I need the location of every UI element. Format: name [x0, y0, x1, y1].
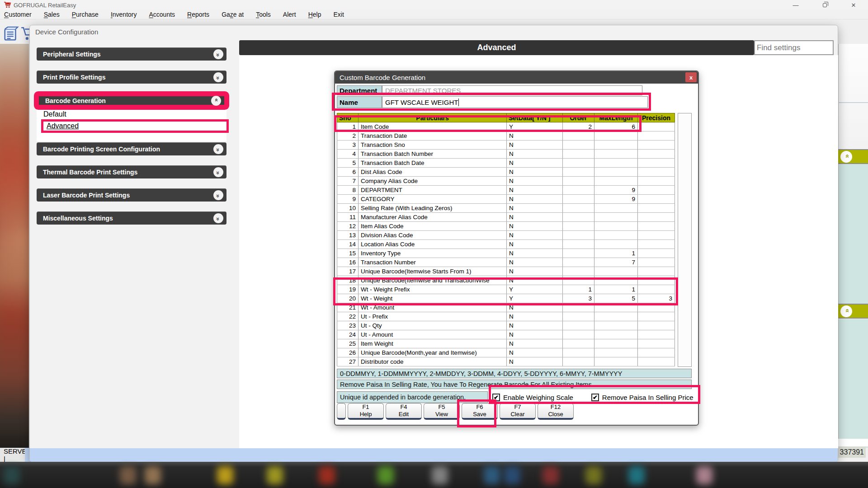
checkbox-icon[interactable]: ✔ — [591, 394, 599, 401]
sidebar-item-peripheral-settings[interactable]: Peripheral Settings» — [37, 47, 226, 61]
table-row[interactable]: 5Transaction Batch DateN — [337, 159, 675, 168]
sidebar-item-barcode-generation[interactable]: Barcode Generation» — [37, 94, 226, 107]
restore-icon[interactable] — [810, 0, 839, 10]
window-titlebar: GOFRUGAL RetailEasy — ✕ — [0, 0, 868, 10]
taskbar-app-icon[interactable] — [145, 466, 161, 484]
taskbar-app-icon[interactable] — [267, 466, 283, 484]
table-row[interactable]: 18Unique Barcode(Itemwise and Transactio… — [337, 276, 675, 285]
taskbar-app-icon[interactable] — [696, 466, 712, 484]
sidebar-label: Laser Barcode Print Settings — [43, 192, 130, 199]
taskbar-app-icon[interactable] — [217, 466, 233, 484]
taskbar-app-icon[interactable] — [120, 466, 136, 484]
billing-tool-icon[interactable] — [3, 25, 20, 42]
table-row[interactable]: 12Item Alias CodeN — [337, 222, 675, 231]
sidebar-item-print-profile-settings[interactable]: Print Profile Settings» — [37, 70, 226, 84]
chevron-down-icon[interactable]: » — [213, 167, 223, 177]
table-row[interactable]: 2Transaction DateN — [337, 131, 675, 141]
edit-button[interactable]: F4Edit — [386, 403, 422, 420]
right-teal-panel-1 — [838, 164, 868, 304]
name-input[interactable]: GFT WSCALE WEIGHT — [382, 96, 648, 108]
page-title: Advanced — [239, 40, 754, 55]
find-settings-input[interactable] — [754, 40, 834, 55]
taskbar-app-icon[interactable] — [484, 466, 500, 484]
table-row[interactable]: 25Item WeightN — [337, 339, 675, 348]
checkbox-icon[interactable]: ✔ — [492, 394, 500, 401]
menu-bar: CustomerSalesPurchaseInventoryAccountsRe… — [0, 10, 868, 19]
table-row[interactable]: 16Transaction NumberN7 — [337, 258, 675, 267]
table-row[interactable]: 20Wt - WeightY353 — [337, 294, 675, 303]
menu-customer[interactable]: Customer — [4, 11, 32, 18]
table-row[interactable]: 22Ut - PrefixN — [337, 312, 675, 321]
taskbar-app-icon[interactable] — [319, 466, 335, 484]
table-row[interactable]: 11Manufacturer Alias CodeN — [337, 213, 675, 222]
checkbox-enable-weighing-scale[interactable]: ✔Enable Weighing Scale — [492, 394, 573, 401]
table-row[interactable]: 6Dist Alias CodeN — [337, 168, 675, 177]
table-row[interactable]: 8DEPARTMENTN9 — [337, 186, 675, 195]
sidebar-item-barcode-printing-screen-configuration[interactable]: Barcode Printing Screen Configuration» — [37, 142, 226, 155]
device-config-title: Device Configuration — [35, 28, 98, 36]
table-row[interactable]: 24Ut - AmountN — [337, 330, 675, 339]
table-row[interactable]: 21Wt - AmountN — [337, 303, 675, 312]
minimize-icon[interactable]: — — [781, 0, 810, 10]
sidebar-label: Print Profile Settings — [43, 74, 105, 81]
table-row[interactable]: 19Wt - Weight PrefixY11 — [337, 285, 675, 294]
table-row[interactable]: 3Transaction SnoN — [337, 141, 675, 150]
menu-tools[interactable]: Tools — [256, 11, 271, 18]
table-row[interactable]: 1Item CodeY26 — [337, 122, 675, 131]
cbg-title: Custom Barcode Generation — [340, 74, 425, 81]
menu-sales[interactable]: Sales — [44, 11, 60, 18]
clear-button[interactable]: F7Clear — [500, 403, 536, 420]
taskbar-app-icon[interactable] — [4, 466, 20, 484]
table-row[interactable]: 7Company Alias CodeN — [337, 177, 675, 186]
sidebar-link-advanced[interactable]: Advanced — [47, 122, 79, 130]
help-button[interactable]: F1Help — [348, 403, 384, 420]
chevron-down-icon[interactable]: » — [213, 213, 223, 223]
menu-inventory[interactable]: Inventory — [111, 11, 137, 18]
menu-exit[interactable]: Exit — [333, 11, 344, 18]
taskbar-app-icon[interactable] — [585, 466, 602, 484]
table-row[interactable]: 14Location Alias CodeN — [337, 240, 675, 249]
table-row[interactable]: 27Distributor codeN — [337, 357, 675, 366]
taskbar-app-icon[interactable] — [542, 466, 559, 484]
chevron-down-icon[interactable]: » — [213, 190, 223, 200]
table-row[interactable]: 23Ut - QtyN — [337, 321, 675, 330]
menu-purchase[interactable]: Purchase — [72, 11, 99, 18]
chevron-down-icon[interactable]: » — [213, 72, 223, 82]
sidebar-item-laser-barcode-print-settings[interactable]: Laser Barcode Print Settings» — [37, 188, 226, 202]
view-button[interactable]: F5View — [424, 403, 460, 420]
menu-accounts[interactable]: Accounts — [149, 11, 175, 18]
taskbar-app-icon[interactable] — [377, 466, 394, 484]
menu-reports[interactable]: Reports — [187, 11, 209, 18]
sidebar-item-miscellaneous-settings[interactable]: Miscellaneous Settings» — [37, 211, 226, 225]
checkbox-row: ✔Enable Weighing Scale✔Remove Paisa In S… — [492, 391, 693, 403]
blank-button[interactable] — [337, 403, 346, 420]
chevron-down-icon[interactable]: » — [213, 144, 223, 154]
table-row[interactable]: 17Unique Barcode(Itemwise Starts From 1)… — [337, 267, 675, 276]
table-row[interactable]: 13Division Alias CodeN — [337, 231, 675, 240]
barcode-generation-panel: DefaultAdvanced — [37, 107, 226, 141]
menu-help[interactable]: Help — [308, 11, 321, 18]
taskbar-app-icon[interactable] — [628, 466, 645, 484]
sidebar-item-thermal-barcode-print-settings[interactable]: Thermal Barcode Print Settings» — [37, 165, 226, 178]
table-row[interactable]: 26Unique Barcode(Month,year and Itemwise… — [337, 348, 675, 357]
menu-gaze-at[interactable]: Gaze at — [222, 11, 244, 18]
checkbox-remove-paisa-in-selling-price[interactable]: ✔Remove Paisa In Selling Price — [591, 394, 693, 401]
cbg-close-icon[interactable]: x — [685, 72, 697, 82]
menu-alert[interactable]: Alert — [283, 11, 296, 18]
table-row[interactable]: 9CATEGORYN9 — [337, 195, 675, 204]
sidebar-link-default[interactable]: Default — [43, 110, 66, 118]
chevron-up-icon[interactable]: » — [211, 96, 221, 106]
close-button[interactable]: F12Close — [538, 403, 574, 420]
table-row[interactable]: 10Selling Rate (With Leading Zeros)N — [337, 204, 675, 213]
taskbar-app-icon[interactable] — [432, 466, 448, 484]
taskbar-app-icon[interactable] — [504, 466, 520, 484]
collapse-badge-top[interactable]: » — [838, 149, 868, 164]
table-scrollbar[interactable] — [678, 113, 692, 367]
save-button[interactable]: F6Save — [462, 403, 498, 420]
table-row[interactable]: 4Transaction Batch NumberN — [337, 150, 675, 159]
collapse-badge-bottom[interactable]: » — [838, 304, 868, 319]
table-row[interactable]: 15Inventory TypeN1 — [337, 249, 675, 258]
chevron-down-icon[interactable]: » — [213, 49, 223, 59]
devconfig-footer-bar — [30, 448, 838, 462]
close-icon[interactable]: ✕ — [839, 0, 868, 10]
